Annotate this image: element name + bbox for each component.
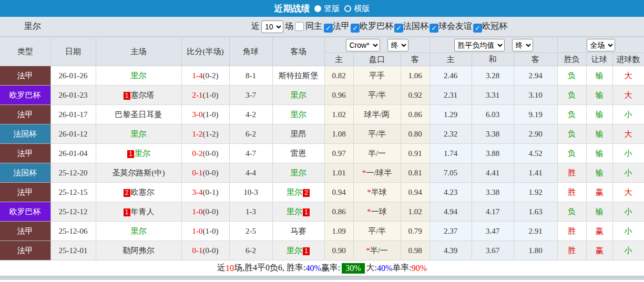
team-name-text: 斯特拉斯堡 [279,71,318,80]
league-checkbox[interactable]: ✓ [394,24,403,33]
league-checkbox[interactable]: ✓ [473,24,482,33]
team-name-text: 欧塞尔 [131,188,155,196]
result-wdl-cell: 胜 [557,222,586,241]
corners-cell: 4-7 [229,144,272,163]
result-wdl-cell: 负 [557,144,586,163]
period-select[interactable]: 全场 [587,39,615,51]
result-handicap-cell: 输 [586,202,612,222]
team-name-text: 里尔 [131,227,147,235]
team-name-text: 圣莫尔路斯(中) [113,169,165,177]
fulltime-score: 1-0 [192,227,203,235]
sub-col-avg-draw: 和 [472,53,514,66]
avg-away-odds: 1.63 [514,202,557,222]
yellow-card-count-badge: 1 [127,150,134,158]
yellow-card-count-badge: 1 [303,247,310,255]
avg-away-odds: 2.90 [514,124,557,144]
summary-segment: 赢率: [321,263,340,274]
sub-col-handicap-away: 客 [401,53,430,66]
avg-home-odds: 2.37 [430,222,472,241]
col-type: 类型 [0,37,50,66]
recent-count-select[interactable]: 10 [261,20,283,33]
handicap-home-odds: 0.86 [324,202,353,222]
score-cell: 0-1(0-0) [181,241,229,260]
table-row: 欧罗巴杯25-12-121年青人1-0(0-0)1-3里尔10.86*一球1.0… [0,202,644,222]
result-goals-cell: 大 [612,86,644,105]
odds-time-select[interactable]: 终 [512,39,533,51]
col-home: 主场 [96,37,181,66]
handicap-time-select[interactable]: 终 [387,39,408,51]
yellow-card-count-badge: 1 [303,208,310,216]
handicap-line-cell: 平手 [353,66,401,86]
handicap-line-cell: 平/半 [353,222,401,241]
handicap-home-odds: 1.08 [324,124,353,144]
yellow-card-count-badge: 1 [124,208,130,216]
home-team-cell: 里尔 [96,124,181,144]
league-cell: 法国杯 [0,163,50,183]
sub-col-handicap: 盘口 [353,53,401,66]
handicap-line-cell: *半球 [353,183,401,202]
summary-segment: 10 [226,264,234,273]
date-cell: 25-12-06 [50,222,96,241]
result-handicap-cell: 输 [586,86,612,105]
corners-cell: 3-7 [229,86,272,105]
odds-type-select[interactable]: 胜平负均值 [454,39,505,51]
avg-home-odds: 7.05 [430,163,472,183]
halftime-score: (0-0) [203,246,219,255]
handicap-line-cell: *一/球半 [353,163,401,183]
league-checkbox[interactable]: ✓ [324,24,333,33]
avg-away-odds: 3.10 [514,86,557,105]
home-team-cell: 里尔 [96,222,181,241]
avg-away-odds: 2.91 [514,222,557,241]
avg-draw-odds: 6.03 [472,105,514,124]
same-home-checkbox[interactable] [295,22,304,31]
result-wdl-cell: 胜 [557,163,586,183]
result-wdl-cell: 负 [557,86,586,105]
team-name: 里尔 [0,21,41,32]
fulltime-score: 3-0 [192,110,203,119]
layout-radio-vertical[interactable]: 竖版 [314,4,340,14]
team-name-text: 勒阿弗尔 [123,246,155,255]
sub-col-avg-home: 主 [430,53,472,66]
table-row: 法甲26-01-041里尔0-2(0-0)4-7雷恩0.97半/一0.911.7… [0,144,644,163]
col-corner: 角球 [229,37,272,66]
team-name-text: 里尔 [287,246,302,255]
radio-selected-icon[interactable] [314,5,321,12]
table-row: 法甲26-01-17巴黎圣日耳曼3-0(1-0)4-2里尔1.02球半/两0.8… [0,105,644,124]
col-score: 比分(半场) [181,37,229,66]
score-cell: 1-4(0-2) [181,66,229,86]
crow-group-header: Crow* 终 [324,37,430,53]
team-name-text: 马赛 [291,227,306,235]
filters: 近 10 场 同主 ✓法甲✓欧罗巴杯✓法国杯✓球会友谊✓欧冠杯 [251,20,508,33]
league-checkbox[interactable]: ✓ [430,24,438,33]
result-wdl-cell: 负 [557,124,586,144]
avg-home-odds: 1.74 [430,144,472,163]
home-team-cell: 1年青人 [96,202,181,222]
team-name-text: 里尔 [131,130,147,138]
home-team-cell: 2欧塞尔 [96,183,181,202]
avg-away-odds: 1.80 [514,241,557,260]
handicap-line-cell: 半/一 [353,144,401,163]
radio-unselected-icon[interactable] [344,5,351,12]
corners-cell: 2-5 [229,222,272,241]
table-row: 法甲25-12-01勒阿弗尔0-1(0-0)6-2里尔10.90*半/一0.98… [0,241,644,260]
handicap-home-odds: 0.90 [324,241,353,260]
corners-cell: 8-1 [229,66,272,86]
avg-home-odds: 2.32 [430,124,472,144]
table-row: 法国杯26-01-12里尔1-2(1-2)6-2里昂1.08平/半0.802.3… [0,124,644,144]
league-checkbox[interactable]: ✓ [351,24,360,33]
handicap-home-odds: 0.96 [324,86,353,105]
team-name-text: 雷恩 [291,149,306,158]
result-goals-cell: 小 [612,105,644,124]
league-cell: 法甲 [0,66,50,86]
fulltime-score: 1-4 [192,71,203,80]
layout-radio-horizontal[interactable]: 横版 [344,4,370,14]
summary-segment: 30% [342,263,364,274]
handicap-away-odds: 0.92 [401,86,430,105]
date-cell: 25-12-12 [50,202,96,222]
radio-horizontal-label: 横版 [354,4,370,14]
table-row: 法国杯25-12-20圣莫尔路斯(中)0-1(0-0)4-4里尔1.01*一/球… [0,163,644,183]
away-team-cell: 里尔 [272,163,324,183]
league-cell: 法国杯 [0,124,50,144]
bookmaker-select[interactable]: Crow* [346,39,380,51]
home-team-cell: 巴黎圣日耳曼 [96,105,181,124]
